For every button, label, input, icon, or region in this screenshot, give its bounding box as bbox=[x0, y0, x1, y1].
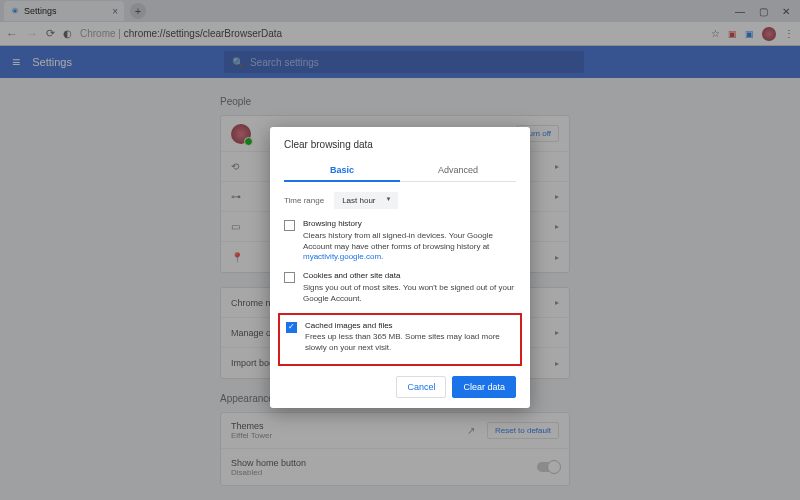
tab-basic[interactable]: Basic bbox=[284, 160, 400, 182]
time-range-label: Time range bbox=[284, 196, 324, 205]
time-range-select[interactable]: Last hour bbox=[334, 192, 397, 209]
dialog-title: Clear browsing data bbox=[284, 139, 516, 150]
option-browsing-history[interactable]: Browsing history Clears history from all… bbox=[284, 219, 516, 263]
option-cookies[interactable]: Cookies and other site data Signs you ou… bbox=[284, 271, 516, 304]
clear-data-button[interactable]: Clear data bbox=[452, 376, 516, 398]
clear-browsing-data-dialog: Clear browsing data Basic Advanced Time … bbox=[270, 127, 530, 408]
time-range-row: Time range Last hour bbox=[284, 192, 516, 209]
checkbox[interactable] bbox=[284, 220, 295, 231]
option-cached[interactable]: Cached images and files Frees up less th… bbox=[286, 321, 514, 354]
cancel-button[interactable]: Cancel bbox=[396, 376, 446, 398]
checkbox[interactable] bbox=[284, 272, 295, 283]
dialog-actions: Cancel Clear data bbox=[284, 376, 516, 398]
tab-advanced[interactable]: Advanced bbox=[400, 160, 516, 181]
myactivity-link[interactable]: myactivity.google.com bbox=[303, 252, 381, 261]
highlighted-option: Cached images and files Frees up less th… bbox=[278, 313, 522, 366]
dialog-tabs: Basic Advanced bbox=[284, 160, 516, 182]
checkbox[interactable] bbox=[286, 322, 297, 333]
